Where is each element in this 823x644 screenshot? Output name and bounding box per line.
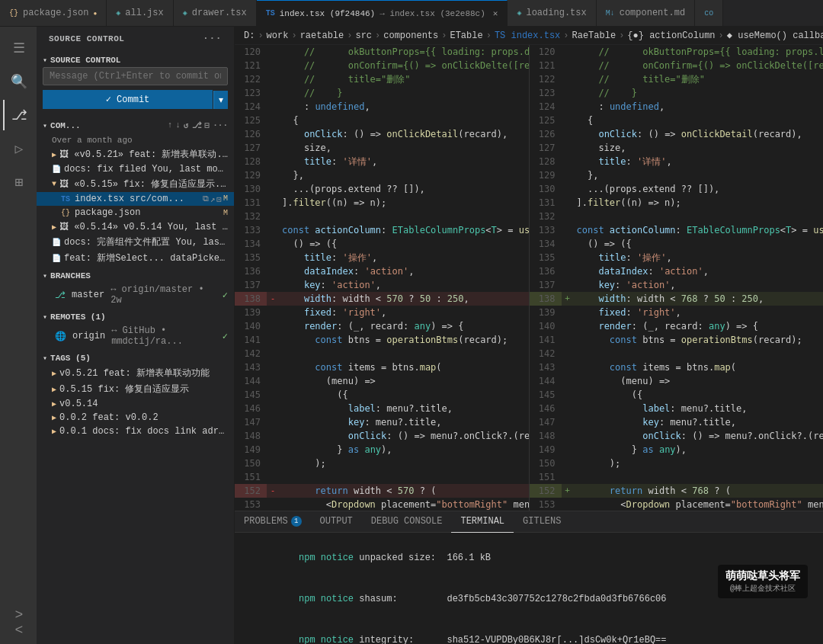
- remote-icon[interactable]: ><: [3, 607, 34, 638]
- code-line-diff: 152 - return width < 570 ? (: [235, 484, 529, 498]
- code-line: 130 ...(props.extend ?? []),: [235, 182, 529, 196]
- close-icon[interactable]: ✕: [493, 8, 498, 18]
- extensions-icon[interactable]: ⊞: [3, 167, 34, 197]
- tag-icon: ▶: [52, 427, 56, 436]
- tab-problems[interactable]: PROBLEMS 1: [235, 511, 311, 533]
- code-line: 153 <Dropdown placement="bottomRight" me…: [530, 498, 824, 511]
- tags-label: TAGS (5): [50, 354, 91, 363]
- code-line: 123 // }: [235, 86, 529, 100]
- tab-all-jsx[interactable]: ◈ all.jsx: [107, 0, 173, 27]
- list-item[interactable]: ▶ 🖼 «0.5.14» v0.5.14 You, last mo...: [37, 219, 234, 234]
- source-control-icon[interactable]: ⎇: [3, 100, 34, 130]
- package-json-item[interactable]: {} package.json M: [37, 206, 234, 219]
- problems-badge: 1: [291, 516, 302, 527]
- code-line: 121 // onConfirm={() => onClickDelte([re…: [530, 59, 824, 72]
- code-line: 128 title: '详情',: [235, 155, 529, 168]
- up-icon[interactable]: ↑: [168, 120, 173, 130]
- list-item[interactable]: ▶ 0.5.15 fix: 修复自适应显示: [37, 381, 234, 397]
- commit-message-input[interactable]: [43, 67, 228, 85]
- item-label: package.json: [75, 207, 220, 218]
- code-line: 133 const actionColumn: ETableColumnProp…: [530, 223, 824, 237]
- tab-gitlens[interactable]: GITLENS: [514, 511, 570, 533]
- filter-icon[interactable]: ⊟: [205, 120, 210, 130]
- commit-dropdown-button[interactable]: ▾: [213, 91, 228, 109]
- run-icon[interactable]: ▷: [3, 133, 34, 164]
- chevron-down-icon: ▼: [52, 180, 56, 188]
- origin-remote-item[interactable]: 🌐 origin ↔ GitHub • mmdctij/ra... ✓: [37, 324, 234, 348]
- commit-button[interactable]: ✓ Commit: [43, 90, 213, 109]
- code-line: 135 title: '操作',: [530, 251, 824, 264]
- tab-output[interactable]: OUTPUT: [311, 511, 362, 533]
- chevron-down-icon: ▾: [43, 354, 47, 363]
- code-line: 148 onClick: () => menu?.onClick?.(recar…: [235, 429, 529, 443]
- item-label: 🖼 «0.5.15» fix: 修复自适应显示...: [59, 178, 228, 191]
- tab-overflow[interactable]: co: [695, 0, 723, 27]
- code-line: 129 },: [235, 168, 529, 182]
- tab-package-json[interactable]: {} package.json ●: [0, 0, 107, 27]
- branch-name: master: [72, 290, 104, 300]
- code-line: 141 const btns = operationBtms(recard);: [235, 333, 529, 347]
- tags-header[interactable]: ▾ TAGS (5): [37, 351, 234, 365]
- tab-index-tsx[interactable]: TS index.tsx (9f24846) → index.tsx (3e2e…: [257, 0, 508, 27]
- code-line: 148 onClick: () => menu?.onClick?.(recar…: [530, 429, 824, 443]
- list-item[interactable]: ▶ 0.0.2 feat: v0.0.2: [37, 411, 234, 425]
- globe-icon: 🌐: [55, 331, 66, 342]
- master-branch-item[interactable]: ⎇ master ↔ origin/master • 2w ✓: [37, 283, 234, 307]
- tab-component-md[interactable]: M↓ component.md: [597, 0, 695, 27]
- list-item[interactable]: 📄 docs: 完善组件文件配置 You, last...: [37, 234, 234, 250]
- commit-btn-row: ✓ Commit ▾: [43, 90, 228, 109]
- branch-icon: ⎇: [55, 290, 66, 301]
- index-tsx-item[interactable]: TS index.tsx src/com... ⧉ ↗ ⊡ M: [37, 192, 234, 206]
- ellipsis-icon[interactable]: ···: [203, 33, 222, 44]
- code-line: 127 size,: [530, 141, 824, 155]
- item-label: 🖼 «0.5.14» v0.5.14 You, last mo...: [59, 221, 228, 232]
- explorer-icon[interactable]: ☰: [3, 33, 34, 63]
- code-line: 151: [530, 470, 824, 484]
- remotes-section: ▾ REMOTES (1) 🌐 origin ↔ GitHub • mmdcti…: [37, 310, 234, 348]
- code-line: 149 } as any),: [235, 443, 529, 457]
- branch-icon[interactable]: ⎇: [192, 120, 202, 130]
- code-line: 120 // okButtonProps={{ loading: props.l…: [530, 45, 824, 59]
- tag-icon: ▶: [52, 413, 56, 422]
- code-line: 128 title: '详情',: [530, 155, 824, 168]
- source-control-header[interactable]: ▾ SOURCE CONTROL: [37, 53, 234, 67]
- tab-label: drawer.tsx: [192, 8, 247, 18]
- code-line-diff: 138 + width: width < 768 ? 50 : 250, You…: [530, 292, 824, 306]
- list-item[interactable]: ▼ 🖼 «0.5.15» fix: 修复自适应显示...: [37, 176, 234, 192]
- doc-icon: 📄: [52, 238, 61, 247]
- remotes-header[interactable]: ▾ REMOTES (1): [37, 310, 234, 324]
- diff-icon[interactable]: ⊡: [216, 194, 222, 204]
- list-item[interactable]: 📄 docs: fix filed You, last month: [37, 162, 234, 176]
- chevron-down-icon: ▾: [43, 312, 47, 322]
- code-line: 122 // title="删除": [530, 72, 824, 86]
- right-code-panel[interactable]: 120 // okButtonProps={{ loading: props.l…: [530, 45, 824, 511]
- refresh-icon[interactable]: ↺: [184, 120, 189, 130]
- more-icon[interactable]: ···: [213, 120, 228, 130]
- list-item[interactable]: 📄 feat: 新增Select... dataPicker...: [37, 250, 234, 266]
- date-label: Over a month ago: [37, 133, 234, 146]
- tab-drawer-tsx[interactable]: ◈ drawer.tsx: [174, 0, 257, 27]
- open-icon[interactable]: ↗: [210, 194, 216, 204]
- code-line: 143 const items = btns.map(: [235, 360, 529, 374]
- down-icon[interactable]: ↓: [175, 120, 181, 130]
- tab-label: component.md: [620, 8, 685, 18]
- code-line: 139 fixed: 'right',: [235, 306, 529, 319]
- search-icon[interactable]: 🔍: [3, 66, 34, 97]
- commits-header[interactable]: ▾ COM... ↑ ↓ ↺ ⎇ ⊟ ···: [37, 118, 234, 133]
- list-item[interactable]: ▶ v0.5.21 feat: 新增表单联动功能: [37, 365, 234, 381]
- tab-terminal[interactable]: TERMINAL: [451, 511, 514, 533]
- branches-header[interactable]: ▾ BRANCHES: [37, 269, 234, 283]
- tab-debug-console[interactable]: DEBUG CONSOLE: [362, 511, 452, 533]
- list-item[interactable]: ▶ 🖼 «v0.5.21» feat: 新增表单联动...: [37, 146, 234, 162]
- chevron-down-icon: ▾: [43, 56, 47, 65]
- tab-loading-tsx[interactable]: ◈ loading.tsx: [508, 0, 596, 27]
- check-icon: ✓: [223, 290, 228, 301]
- code-line: 144 (menu) =>: [530, 374, 824, 388]
- watermark-sub: @棒上超金技术社区: [725, 583, 800, 594]
- list-item[interactable]: ▶ v0.5.14: [37, 397, 234, 411]
- copy-icon[interactable]: ⧉: [203, 194, 209, 204]
- watermark: 萌萌哒草头将军 @棒上超金技术社区: [718, 565, 808, 598]
- left-code-panel[interactable]: 120 // okButtonProps={{ loading: props.d…: [235, 45, 530, 511]
- chevron-down-icon: ▾: [43, 121, 47, 130]
- list-item[interactable]: ▶ 0.0.1 docs: fix docs link adress: [37, 425, 234, 438]
